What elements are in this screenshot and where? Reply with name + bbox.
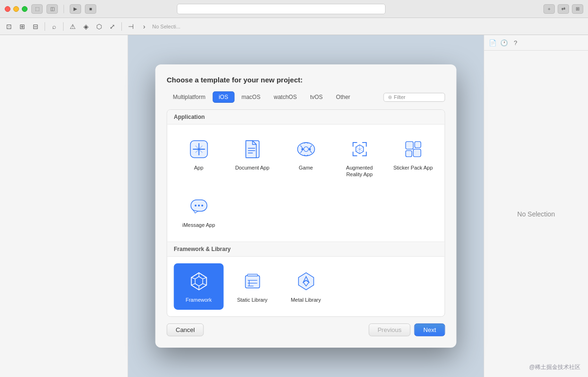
static-library-icon	[241, 270, 264, 293]
sidebar-left	[0, 35, 128, 377]
navigator-button[interactable]: ◫	[46, 4, 58, 14]
minimize-button[interactable]	[13, 6, 19, 12]
template-item-framework[interactable]: Framework	[174, 263, 224, 310]
svg-rect-17	[405, 142, 413, 149]
framework-grid: Framework Static Library	[167, 257, 445, 316]
tag-icon[interactable]: ⬡	[94, 21, 104, 32]
tab-multiplatform[interactable]: Multiplatform	[167, 91, 212, 103]
platform-tab-bar: Multiplatform iOS macOS watchOS tvOS Oth…	[167, 91, 445, 103]
svg-line-28	[202, 278, 206, 279]
sticker-pack-icon	[402, 138, 424, 161]
template-item-imessage[interactable]: iMessage App	[174, 188, 224, 235]
metal-library-icon	[294, 270, 317, 293]
close-button[interactable]	[5, 6, 10, 12]
svg-line-31	[191, 284, 195, 285]
no-selection-panel: No Selection	[484, 51, 588, 377]
svg-point-11	[301, 148, 303, 150]
metal-library-label: Metal Library	[291, 296, 321, 303]
panel-right: 📄 🕐 ? No Selection	[484, 35, 588, 377]
svg-rect-20	[413, 149, 421, 157]
no-selection-label: No Selecti...	[152, 24, 180, 29]
tab-ios[interactable]: iOS	[212, 91, 234, 103]
app-label: App	[194, 164, 203, 171]
game-icon	[294, 138, 317, 161]
dialog-title: Choose a template for your new project:	[167, 76, 445, 84]
template-item-ar-app[interactable]: Augmented Reality App	[335, 131, 385, 185]
clock-icon[interactable]: 🕐	[499, 38, 509, 47]
grid-icon[interactable]: ⊞	[17, 21, 28, 32]
toolbar-separator-3	[121, 22, 122, 31]
svg-rect-19	[405, 151, 412, 157]
toolbar-separator-2	[63, 22, 64, 31]
toolbar: ⊡ ⊞ ⊟ ⌕ ⚠ ◈ ⬡ ⤢ ⊣ › No Selecti...	[0, 18, 588, 35]
svg-marker-26	[195, 277, 202, 286]
svg-point-22	[194, 205, 196, 206]
file-icon[interactable]: 📄	[488, 38, 497, 47]
new-project-dialog: Choose a template for your new project: …	[156, 64, 457, 348]
template-item-app[interactable]: App	[174, 131, 224, 185]
next-button[interactable]: Next	[414, 323, 445, 336]
back-forward-button[interactable]: ⇄	[558, 4, 569, 14]
filter-input[interactable]: ⊕ Filter	[384, 92, 445, 101]
cancel-button[interactable]: Cancel	[167, 323, 204, 336]
filter-placeholder: Filter	[394, 94, 405, 100]
folder-icon[interactable]: ⊡	[4, 21, 14, 32]
chevron-icon[interactable]: ›	[139, 21, 149, 32]
framework-icon	[187, 270, 210, 293]
previous-button[interactable]: Previous	[368, 323, 411, 336]
tab-other[interactable]: Other	[330, 91, 357, 103]
app-icon	[187, 138, 210, 161]
svg-point-23	[198, 205, 200, 206]
application-section-header: Application	[167, 110, 445, 125]
maximize-button[interactable]	[22, 6, 28, 12]
layout-button[interactable]: ⊞	[572, 4, 583, 14]
add-button[interactable]: ＋	[543, 4, 555, 14]
traffic-lights	[5, 6, 28, 12]
template-item-document-app[interactable]: Document App	[228, 131, 277, 185]
template-item-sticker-pack[interactable]: Sticker Pack App	[388, 131, 438, 185]
main-area: Choose a template for your new project: …	[128, 35, 484, 377]
template-item-static-library[interactable]: Static Library	[228, 263, 277, 310]
game-label: Game	[299, 164, 313, 171]
svg-point-24	[201, 205, 203, 206]
svg-line-32	[191, 278, 195, 279]
search-icon[interactable]: ⌕	[49, 21, 59, 32]
svg-line-29	[202, 284, 206, 285]
stop-button[interactable]: ■	[85, 4, 96, 14]
imessage-label: iMessage App	[182, 222, 215, 228]
tab-macos[interactable]: macOS	[235, 91, 266, 103]
static-library-label: Static Library	[237, 296, 267, 303]
branch-icon[interactable]: ⤢	[107, 21, 118, 32]
panel-right-icons: 📄 🕐 ?	[484, 35, 588, 51]
sidebar-toggle-button[interactable]: ⬚	[31, 4, 43, 14]
hierarchy-icon[interactable]: ⊟	[30, 21, 41, 32]
toolbar-separator	[45, 22, 45, 31]
titlebar: ⬚ ◫ ▶ ■ ＋ ⇄ ⊞	[0, 0, 588, 18]
warning-icon[interactable]: ⚠	[67, 21, 78, 32]
tab-tvos[interactable]: tvOS	[304, 91, 329, 103]
template-scroll-area: Application App	[167, 109, 445, 317]
template-item-game[interactable]: Game	[281, 131, 331, 185]
template-item-metal-library[interactable]: Metal Library	[281, 263, 331, 310]
framework-section-header: Framework & Library	[167, 242, 445, 257]
search-bar	[177, 4, 386, 14]
watermark: @稀土掘金技术社区	[529, 363, 580, 371]
framework-label: Framework	[185, 296, 211, 303]
split-icon[interactable]: ⊣	[126, 21, 136, 32]
tab-watchos[interactable]: watchOS	[267, 91, 303, 103]
svg-point-12	[309, 148, 311, 150]
document-app-icon	[241, 138, 264, 161]
dialog-buttons: Cancel Previous Next	[167, 323, 445, 336]
sticker-pack-label: Sticker Pack App	[393, 164, 432, 171]
svg-point-5	[297, 143, 314, 156]
titlebar-right-controls: ＋ ⇄ ⊞	[543, 4, 583, 14]
document-app-label: Document App	[235, 164, 269, 171]
bookmark-icon[interactable]: ◈	[81, 21, 91, 32]
ar-app-icon	[348, 138, 371, 161]
help-icon[interactable]: ?	[511, 38, 520, 47]
svg-rect-34	[247, 274, 257, 276]
play-button[interactable]: ▶	[70, 4, 81, 14]
ar-app-label: Augmented Reality App	[340, 164, 380, 178]
application-grid: App Document App	[167, 125, 445, 242]
svg-marker-39	[298, 273, 313, 290]
